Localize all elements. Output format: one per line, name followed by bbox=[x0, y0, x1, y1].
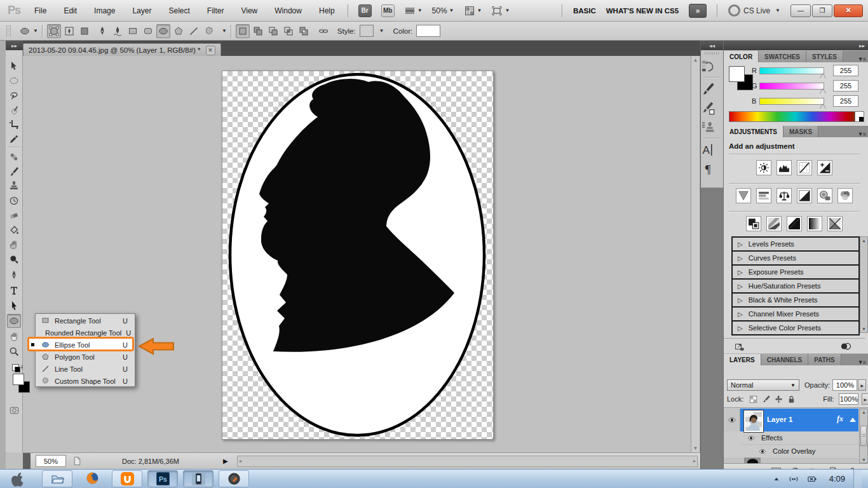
adj-bw[interactable] bbox=[797, 188, 812, 203]
eraser-tool[interactable] bbox=[7, 208, 21, 222]
preset-exposure[interactable]: ▷Exposure Presets bbox=[731, 264, 860, 280]
adj-channelmixer[interactable] bbox=[837, 188, 853, 203]
preset-hue-saturation[interactable]: ▷Hue/Saturation Presets bbox=[731, 278, 860, 294]
custom-shape-dropdown[interactable]: ▼ bbox=[222, 28, 227, 34]
history-brush-tool[interactable] bbox=[7, 194, 21, 208]
taskbar-clock[interactable]: 4:09 bbox=[829, 474, 845, 484]
flyout-item-polygon-tool[interactable]: Polygon Tool U bbox=[36, 351, 135, 363]
flyout-item-ellipse-tool[interactable]: Ellipse Tool U bbox=[36, 339, 135, 351]
tab-adjustments[interactable]: ADJUSTMENTS bbox=[724, 126, 783, 137]
fill-value[interactable]: 100% bbox=[839, 393, 858, 405]
brush-tool[interactable] bbox=[701, 82, 715, 96]
zoom-level-control[interactable]: 50%▼ bbox=[432, 6, 454, 15]
ellipse-shape-button[interactable] bbox=[156, 24, 170, 38]
combine-new-button[interactable] bbox=[236, 24, 250, 38]
workspace-basic-button[interactable]: BASIC bbox=[573, 7, 596, 15]
expanded-view-icon[interactable] bbox=[734, 341, 745, 351]
adj-levels[interactable] bbox=[776, 160, 792, 175]
channel-g-slider[interactable] bbox=[759, 83, 824, 90]
rectangle-button[interactable] bbox=[126, 24, 140, 38]
adj-photofilter[interactable] bbox=[817, 188, 832, 203]
blend-mode-select[interactable]: Normal▼ bbox=[727, 379, 799, 391]
pen-tool-button[interactable] bbox=[95, 24, 109, 38]
channel-r-slider[interactable] bbox=[759, 67, 824, 74]
layers-scroll-thumb[interactable] bbox=[860, 426, 867, 446]
adj-colorbalance[interactable] bbox=[776, 188, 792, 203]
lock-move[interactable] bbox=[774, 395, 783, 404]
tab-color[interactable]: COLOR bbox=[724, 51, 759, 62]
document-image[interactable] bbox=[222, 71, 494, 440]
network-icon[interactable] bbox=[789, 475, 799, 484]
dock-brush-presets[interactable] bbox=[701, 101, 715, 115]
preset-curves[interactable]: ▷Curves Presets bbox=[731, 250, 860, 266]
photoshop-app-button[interactable]: Ps bbox=[147, 470, 178, 487]
menu-filter[interactable]: Filter bbox=[207, 6, 224, 15]
dock-character[interactable]: A bbox=[701, 143, 715, 157]
spectrum-bw-caps[interactable] bbox=[855, 111, 864, 122]
layers-panel-menu-icon[interactable]: ▼≡ bbox=[858, 359, 868, 365]
lock-all[interactable] bbox=[787, 395, 796, 404]
adj-selectivecolor[interactable] bbox=[827, 216, 843, 231]
adjustments-panel-menu-icon[interactable]: ▼≡ bbox=[858, 131, 868, 137]
menu-layer[interactable]: Layer bbox=[132, 6, 151, 15]
folder-app-button[interactable] bbox=[42, 470, 72, 487]
canvas-horizontal-scrollbar[interactable]: ◂▸ bbox=[237, 456, 698, 467]
battery-icon[interactable] bbox=[807, 475, 817, 484]
tab-paths[interactable]: PATHS bbox=[808, 354, 841, 365]
tab-masks[interactable]: MASKS bbox=[783, 126, 818, 137]
cs-live-button[interactable]: CS Live ▼ bbox=[728, 4, 780, 17]
preset-selective-color[interactable]: ▷Selective Color Presets bbox=[731, 320, 860, 336]
minimize-button[interactable]: — bbox=[790, 4, 811, 17]
preset-black-white[interactable]: ▷Black & White Presets bbox=[731, 292, 860, 308]
layers-scrollbar[interactable]: ▲ ▼ bbox=[859, 409, 868, 463]
close-button[interactable]: ✕ bbox=[834, 4, 863, 17]
clip-to-layer-icon[interactable] bbox=[837, 341, 855, 351]
smudge-tool[interactable] bbox=[7, 238, 21, 252]
screen-mode-button[interactable]: ▼ bbox=[491, 6, 510, 16]
pen-tool[interactable] bbox=[7, 268, 21, 282]
restore-button[interactable]: ❐ bbox=[812, 4, 832, 17]
paint-bucket-tool[interactable] bbox=[7, 223, 21, 237]
layer-thumbnail[interactable] bbox=[744, 410, 763, 432]
tab-styles[interactable]: STYLES bbox=[806, 51, 843, 62]
brush-tool[interactable] bbox=[7, 165, 21, 179]
launch-bridge-button[interactable]: Br bbox=[358, 4, 372, 17]
crop-tool[interactable] bbox=[7, 118, 21, 132]
layer-name[interactable]: Layer 1 bbox=[767, 416, 792, 423]
presets-scrollbar[interactable]: ▲▼ bbox=[860, 236, 868, 333]
tab-swatches[interactable]: SWATCHES bbox=[759, 51, 806, 62]
eyedropper-tool[interactable] bbox=[7, 132, 21, 146]
workspace-overflow-button[interactable]: » bbox=[689, 4, 707, 18]
foreground-color-swatch[interactable] bbox=[13, 374, 24, 385]
type-tool[interactable] bbox=[7, 283, 21, 297]
combine-exclude-button[interactable] bbox=[297, 24, 311, 38]
clone-stamp-tool[interactable] bbox=[7, 179, 21, 193]
line-button[interactable] bbox=[187, 24, 201, 38]
firefox-app-button[interactable] bbox=[78, 470, 107, 486]
layer-visibility-cell[interactable] bbox=[724, 409, 740, 431]
color-spectrum-ramp[interactable] bbox=[729, 111, 856, 122]
dodge-tool[interactable] bbox=[7, 252, 21, 266]
view-extras-button[interactable]: ▼ bbox=[404, 6, 423, 16]
color-overlay-row[interactable]: Color Overlay bbox=[740, 445, 858, 458]
shape-color-swatch[interactable] bbox=[416, 25, 440, 37]
tool-preset-picker[interactable]: ▼ bbox=[18, 26, 38, 36]
custom-shape-button[interactable] bbox=[202, 24, 216, 38]
ellipse-shape[interactable] bbox=[7, 314, 21, 328]
lock-paint[interactable] bbox=[761, 395, 771, 404]
combine-intersect-button[interactable] bbox=[281, 24, 295, 38]
collapse-effects-icon[interactable] bbox=[850, 417, 856, 422]
combine-add-button[interactable] bbox=[251, 24, 265, 38]
path-select-tool[interactable] bbox=[7, 299, 21, 313]
healing-tool[interactable] bbox=[7, 150, 21, 164]
adj-invert[interactable] bbox=[746, 216, 761, 231]
menu-edit[interactable]: Edit bbox=[64, 6, 77, 15]
adj-gradientmap[interactable] bbox=[807, 216, 822, 231]
rounded-rectangle-button[interactable] bbox=[141, 24, 155, 38]
flyout-item-line-tool[interactable]: Line Tool U bbox=[36, 363, 135, 375]
lasso-tool[interactable] bbox=[7, 88, 21, 102]
phone-app-button[interactable] bbox=[183, 470, 214, 487]
paint-app-button[interactable] bbox=[219, 470, 249, 487]
lock-transparent[interactable] bbox=[749, 395, 758, 404]
status-zoom-field[interactable]: 50% bbox=[36, 455, 66, 467]
